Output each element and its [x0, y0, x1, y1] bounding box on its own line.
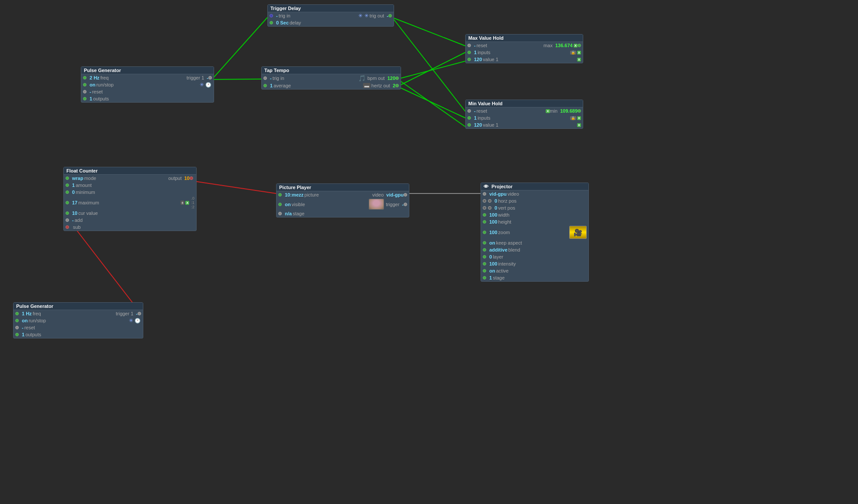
min-inputs-x[interactable]: X [577, 116, 581, 120]
proj-video-val: vid-gpu [489, 191, 507, 197]
lock-icon[interactable]: 🔒 [570, 51, 576, 55]
fc-max-x[interactable]: X [185, 201, 189, 205]
svg-line-3 [398, 86, 465, 118]
proj-blend-port[interactable] [483, 248, 486, 252]
min-val-row-inputs: 1 inputs 🔒 X [466, 114, 583, 121]
value1-x-icon[interactable]: X [577, 58, 581, 62]
fc-curval-port[interactable] [66, 211, 69, 215]
pp-stage-port[interactable] [278, 212, 282, 215]
proj-width-port[interactable] [483, 213, 486, 217]
tap-average-port[interactable] [263, 84, 267, 87]
proj-horzpos-label: horz pos [498, 198, 587, 204]
pulse-top-outputs-val: 1 [90, 96, 92, 101]
pulse-bot-trig-port[interactable] [138, 312, 141, 315]
fc-add-label: add [75, 217, 194, 223]
tap-hertzout-port[interactable] [395, 84, 399, 87]
min-reset-port[interactable] [467, 109, 471, 113]
pulse-bot-outputs-port[interactable] [15, 333, 19, 336]
fc-add-port[interactable] [66, 218, 69, 222]
pulse-bot-freq-port[interactable] [15, 312, 19, 315]
trig-delay-trig-out-port[interactable] [388, 14, 392, 17]
pulse-top-freq-row: 2 Hz freq trigger 1 - [81, 74, 214, 81]
fc-min-port[interactable] [66, 190, 69, 194]
min-lock-icon[interactable]: 🔒 [570, 116, 576, 120]
proj-keepaspect-val: on [489, 240, 495, 245]
proj-vertpos-port1[interactable] [483, 206, 486, 210]
max-value1-val: 120 [474, 57, 482, 62]
max-reset-label: reset [477, 43, 543, 48]
max-x-icon[interactable]: X [574, 44, 578, 48]
proj-horzpos-port1[interactable] [483, 199, 486, 203]
proj-stage-port[interactable] [483, 276, 486, 280]
tap-tempo-title: Tap Tempo [262, 67, 401, 74]
proj-horzpos-row: 0 horz pos [481, 197, 588, 204]
proj-vertpos-port2[interactable] [488, 206, 491, 210]
pp-trigger-port[interactable] [404, 203, 407, 206]
svg-line-1 [398, 79, 465, 127]
proj-active-row: on active [481, 267, 588, 274]
fc-amount-row: 1 amount [64, 182, 196, 189]
tap-trigin-port[interactable] [263, 76, 267, 80]
proj-intensity-port[interactable] [483, 262, 486, 266]
proj-video-row: vid-gpu video [481, 190, 588, 197]
pulse-top-reset-label: reset [92, 89, 212, 94]
fc-curval-label: cur value [78, 211, 194, 216]
min-reset-x[interactable]: X [546, 109, 550, 113]
min-value1-x[interactable]: X [577, 123, 581, 127]
proj-video-port[interactable] [483, 192, 486, 196]
max-out-port[interactable] [578, 44, 581, 47]
fc-curval-val: 10 [72, 211, 77, 216]
tap-bpmout-label: bpm out [367, 76, 385, 81]
fc-output-port[interactable] [190, 176, 193, 180]
pulse-top-reset-port[interactable] [83, 90, 86, 93]
picture-player-title: Picture Player [277, 184, 409, 191]
max-value1-port[interactable] [467, 58, 471, 61]
sub-val-0: .0 [191, 196, 194, 200]
fc-sub-port[interactable] [66, 225, 69, 229]
tap-average-val: 1 [270, 83, 273, 88]
fc-mode-port[interactable] [66, 176, 69, 180]
proj-active-port[interactable] [483, 269, 486, 273]
fc-amount-port[interactable] [66, 183, 69, 187]
pulse-top-run-val: on [90, 82, 95, 87]
fc-max-port[interactable] [66, 201, 69, 204]
fc-sub-row: sub [64, 224, 196, 231]
max-inputs-port[interactable] [467, 51, 471, 54]
fc-min-val: 0 [72, 190, 75, 195]
star-icon-2: ✳ [364, 13, 369, 19]
proj-layer-port[interactable] [483, 255, 486, 259]
trig-delay-delay-val: 0 Sec [276, 20, 289, 25]
max-reset-port[interactable] [467, 44, 471, 47]
inputs-x-icon[interactable]: X [577, 51, 581, 55]
proj-zoom-port[interactable] [483, 231, 486, 234]
min-inputs-val: 1 [474, 115, 477, 121]
fc-add-row: - add [64, 217, 196, 224]
min-inputs-port[interactable] [467, 116, 471, 120]
trig-delay-trig-in-port[interactable] [270, 14, 273, 17]
proj-keepaspect-port[interactable] [483, 241, 486, 245]
proj-vertpos-label: vert pos [498, 205, 587, 211]
proj-horzpos-port2[interactable] [488, 199, 491, 203]
pulse-top-run-port[interactable] [83, 83, 86, 86]
pulse-top-freq-port[interactable] [83, 76, 86, 79]
min-out-port[interactable] [578, 109, 581, 113]
pp-visible-port[interactable] [278, 203, 282, 206]
pp-picture-port[interactable] [278, 193, 282, 197]
min-value1-port[interactable] [467, 123, 471, 127]
eye-icon: 👁 [484, 184, 488, 189]
max-inputs-val: 1 [474, 50, 477, 55]
proj-height-port[interactable] [483, 220, 486, 224]
trigger-delay-row-trig: - trig in ✳ ✳ trig out - [268, 12, 394, 19]
pulse-bot-run-port[interactable] [15, 319, 19, 322]
pulse-bot-reset-port[interactable] [15, 326, 19, 329]
pulse-top-trig-port[interactable] [208, 76, 212, 79]
pulse-top-outputs-port[interactable] [83, 97, 86, 100]
pp-video-port[interactable] [404, 193, 407, 197]
pm-icon[interactable]: ± [180, 200, 184, 205]
min-out-val: 109.689 [560, 108, 578, 114]
tap-trigin-val: - [270, 76, 272, 81]
trig-delay-delay-port[interactable] [270, 21, 273, 24]
svg-line-2 [398, 52, 465, 86]
tap-bpmout-port[interactable] [395, 76, 399, 80]
svg-line-7 [212, 17, 267, 79]
